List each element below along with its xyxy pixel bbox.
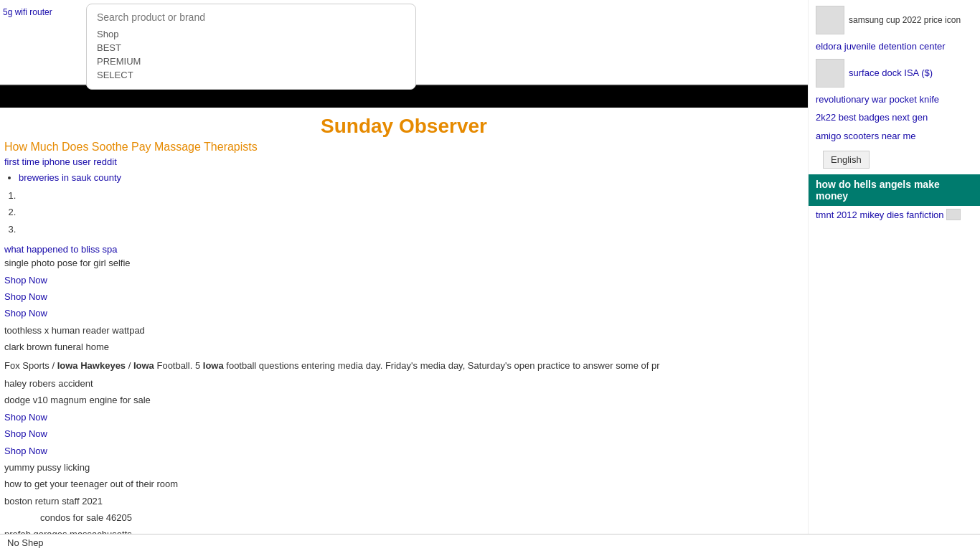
top-left-link[interactable]: 5g wifi router — [0, 6, 55, 19]
badges-link[interactable]: 2k22 best badges next gen — [809, 108, 980, 127]
sidebar-image-row: samsung cup 2022 price icon — [809, 3, 980, 37]
suggestion-shop[interactable]: Shop — [97, 27, 405, 41]
layout-wrapper: Sunday Observer How Much Does Soothe Pay… — [0, 108, 808, 551]
content-area: Sunday Observer How Much Does Soothe Pay… — [0, 108, 808, 551]
shop-now-6[interactable]: Shop Now — [4, 443, 804, 459]
boston-text: boston return staff 2021 — [4, 496, 103, 507]
numbered-item-1 — [19, 187, 804, 204]
dodge-text: dodge v10 magnum engine for sale — [4, 395, 151, 405]
search-dropdown: Shop BEST PREMIUM SELECT — [86, 4, 416, 90]
numbered-item-3 — [19, 221, 804, 237]
samsung-cup-text: samsung cup 2022 price icon — [849, 15, 961, 25]
sunday-observer-title: Sunday Observer — [4, 115, 804, 138]
suggestion-select[interactable]: SELECT — [97, 68, 405, 82]
amigo-link[interactable]: amigo scooters near me — [809, 127, 980, 146]
tmnt-link[interactable]: tmnt 2012 mikey dies fanfiction — [816, 209, 943, 220]
numbered-item-2 — [19, 204, 804, 220]
shop-now-4[interactable]: Shop Now — [4, 409, 804, 425]
shop-now-2[interactable]: Shop Now — [4, 288, 804, 305]
shop-now-5[interactable]: Shop Now — [4, 425, 804, 442]
revolutionary-link[interactable]: revolutionary war pocket knife — [809, 90, 980, 109]
samsung-cup-image — [816, 6, 844, 34]
clark-text: clark brown funeral home — [4, 342, 109, 352]
suggestion-premium[interactable]: PREMIUM — [97, 55, 405, 68]
search-suggestions: Shop BEST PREMIUM SELECT — [97, 27, 405, 82]
english-button[interactable]: English — [823, 151, 870, 169]
shop-now-3[interactable]: Shop Now — [4, 305, 804, 321]
bottom-bar: No Shep — [0, 534, 980, 551]
single-photo-text: single photo pose for girl selfie — [4, 258, 131, 268]
shop-now-1[interactable]: Shop Now — [4, 272, 804, 288]
condos-text: condos for sale 46205 — [4, 512, 804, 523]
how-much-link[interactable]: How Much Does Soothe Pay Massage Therapi… — [4, 141, 804, 154]
bullet-list: breweries in sauk county — [19, 171, 804, 183]
yummy-text: yummy pussy licking — [4, 462, 90, 473]
no-shep-text: No Shep — [7, 537, 44, 548]
sunday-observer-header: Sunday Observer — [4, 108, 804, 141]
first-time-link[interactable]: first time iphone user reddit — [4, 156, 804, 167]
haley-text: haley robers accident — [4, 378, 93, 389]
how-do-hells-angels-link[interactable]: how do hells angels make money — [809, 174, 980, 206]
surface-row: surface dock ISA ($) — [809, 56, 980, 90]
search-input[interactable] — [97, 11, 405, 23]
suggestion-best[interactable]: BEST — [97, 41, 405, 55]
toothless-text: toothless x human reader wattpad — [4, 325, 145, 336]
bliss-link[interactable]: what happened to bliss spa — [4, 244, 118, 255]
breweries-link[interactable]: breweries in sauk county — [19, 172, 121, 183]
english-button-wrapper: English — [809, 145, 980, 174]
how-to-text: how to get your teenager out of their ro… — [4, 479, 178, 489]
iowa-article-main-text: Fox Sports / Iowa Hawkeyes / Iowa Footba… — [4, 360, 660, 371]
numbered-list — [19, 187, 804, 237]
tmnt-thumbnail — [946, 209, 961, 220]
surface-link[interactable]: surface dock ISA ($) — [849, 66, 933, 80]
surface-img — [816, 59, 844, 88]
iowa-article-main: Fox Sports / Iowa Hawkeyes / Iowa Footba… — [4, 359, 804, 373]
eldora-link[interactable]: eldora juvenile detention center — [809, 37, 980, 56]
tmnt-row: tmnt 2012 mikey dies fanfiction — [809, 206, 980, 223]
sidebar: samsung cup 2022 price icon eldora juven… — [808, 0, 980, 551]
